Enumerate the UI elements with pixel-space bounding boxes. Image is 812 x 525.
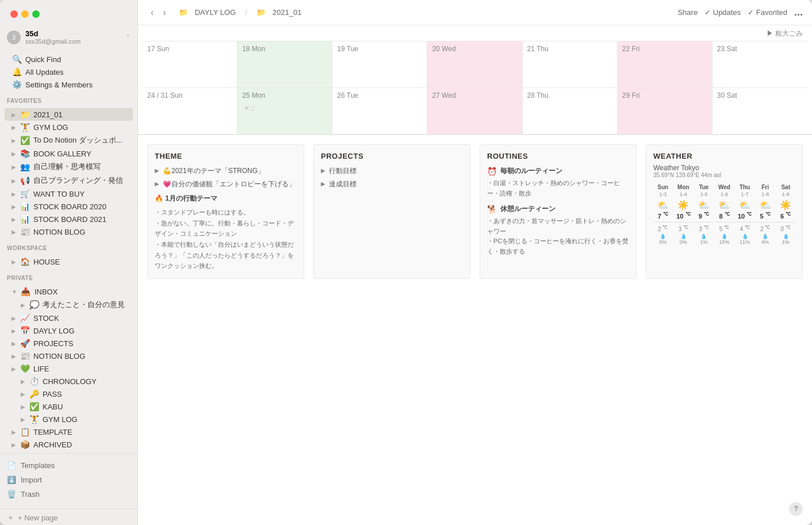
sidebar-item-gymlog-private[interactable]: ▶ 🏋️ GYM LOG bbox=[5, 413, 133, 426]
sidebar-item-import[interactable]: ⬇️ Import bbox=[0, 473, 137, 487]
sidebar-item-template[interactable]: ▶ 📋 TEMPLATE bbox=[5, 426, 133, 438]
theme-item-1[interactable]: ▶ 💪2021年のテーマ「STRONG」 bbox=[155, 166, 297, 176]
sidebar-item-daylylog[interactable]: ▶ 📅 DAYLY LOG bbox=[5, 324, 133, 337]
chevron-right-icon: ▶ bbox=[12, 340, 16, 347]
temp-low: 4 ℃ bbox=[735, 225, 754, 232]
sidebar-item-inbox[interactable]: ▼ 📥 INBOX bbox=[5, 285, 133, 298]
bell-icon: 🔔 bbox=[12, 67, 22, 76]
breadcrumb-2021[interactable]: 📁 2021_01 bbox=[252, 6, 307, 19]
sidebar-item-wanttobuy[interactable]: ▶ 🛒 WANT TO BUY bbox=[5, 187, 133, 200]
sidebar-item-kangaeta[interactable]: ▶ 💭 考えたこと・自分の意見 bbox=[5, 298, 133, 312]
fullscreen-button[interactable] bbox=[32, 10, 40, 18]
sidebar-item-pass[interactable]: ▶ 🔑 PASS bbox=[5, 388, 133, 400]
weather-day-fri: Fri 1-8 ⛅ 5 ℃ 2 ℃ 💧 4% bbox=[756, 184, 775, 245]
share-button[interactable]: Share bbox=[677, 8, 698, 17]
sidebar-item-2021[interactable]: ▶ 📁 2021_01 bbox=[5, 108, 133, 121]
sidebar-label: DAYLY LOG bbox=[33, 327, 128, 335]
day-label: 24 / 31 Sun bbox=[147, 91, 232, 99]
sidebar-item-stock2021[interactable]: ▶ 📊 STOCK BOARD 2021 bbox=[5, 213, 133, 225]
sidebar-label: Quick Find bbox=[25, 55, 128, 64]
new-page-button[interactable]: ＋ + New page bbox=[0, 508, 137, 525]
more-button[interactable]: ... bbox=[794, 6, 803, 18]
calendar-cell-17sun[interactable]: 17 Sun bbox=[143, 41, 238, 87]
back-button[interactable]: ‹ bbox=[147, 6, 157, 19]
calendar-cell-2431sun[interactable]: 24 / 31 Sun bbox=[143, 88, 238, 134]
weather-icon: ⛅ bbox=[735, 200, 754, 210]
sidebar-item-archived[interactable]: ▶ 📦 ARCHIVED bbox=[5, 438, 133, 451]
sidebar-item-gymlog[interactable]: ▶ 🏋️ GYM LOG bbox=[5, 121, 133, 133]
breadcrumb-label: 2021_01 bbox=[270, 7, 304, 18]
temp-high: 6 ℃ bbox=[776, 212, 795, 220]
chevron-right-icon: ▶ bbox=[21, 404, 25, 410]
calendar-cell-25mon[interactable]: 25 Mon + :: bbox=[238, 88, 332, 134]
sidebar-item-house[interactable]: ▶ 🏠 HOUSE bbox=[5, 255, 133, 268]
sidebar-item-kabu[interactable]: ▶ ✅ KABU bbox=[5, 400, 133, 413]
close-button[interactable] bbox=[10, 10, 18, 18]
rest-routine: 🐕 休憩ルーティーン ・あずきの力・首マッサージ・筋トレ・熱めのシャワー ・PC… bbox=[487, 204, 629, 256]
weather-day-name: Fri bbox=[756, 184, 775, 190]
sidebar-item-notionblog-fav[interactable]: ▶ 📰 NOTION BLOG bbox=[5, 225, 133, 238]
chevron-right-icon: ▶ bbox=[12, 353, 16, 359]
sidebar-user[interactable]: 3 35d xxx35d@gmail.com ⌃ bbox=[0, 26, 137, 48]
favorited-button[interactable]: ✓ Favorited bbox=[748, 8, 787, 17]
import-label: Import bbox=[21, 476, 42, 484]
sidebar-item-jiko[interactable]: ▶ 👥 自己理解・思考模写 bbox=[5, 160, 133, 174]
plus-icon: + bbox=[244, 104, 248, 112]
sidebar-label: 自己理解・思考模写 bbox=[33, 162, 128, 172]
sidebar-item-notionblog[interactable]: ▶ 📰 NOTION BLOG bbox=[5, 350, 133, 362]
sidebar-item-todo[interactable]: ▶ ✅ To Do Notion ダッシュボ... bbox=[5, 133, 133, 147]
calendar-cell-21thu[interactable]: 21 Thu bbox=[523, 41, 618, 87]
calendar-cell-18mon[interactable]: 18 Mon bbox=[238, 41, 332, 87]
sidebar-item-chronology[interactable]: ▶ ⏱️ CHRONOLOGY bbox=[5, 375, 133, 388]
zoom-label[interactable]: ▶ 粗大ごみ bbox=[767, 29, 803, 39]
workspace-label: WORKSPACE bbox=[0, 240, 137, 253]
sidebar-item-quickfind[interactable]: 🔍 Quick Find bbox=[5, 53, 133, 66]
calendar-cell-23sat[interactable]: 23 Sat bbox=[713, 41, 807, 87]
sidebar-label: BOOK GALLERY bbox=[33, 150, 128, 158]
calendar-cell-26tue[interactable]: 26 Tue bbox=[332, 88, 427, 134]
weather-day-name: Sun bbox=[653, 184, 673, 190]
sidebar-item-bookgallery[interactable]: ▶ 📚 BOOK GALLERY bbox=[5, 147, 133, 160]
minimize-button[interactable] bbox=[21, 10, 29, 18]
kabu-icon: ✅ bbox=[29, 402, 39, 411]
weather-card: WEATHER Weather Tokyo 35.69°N 139.69°E 4… bbox=[646, 144, 803, 279]
rain-pct: 1% bbox=[776, 239, 795, 245]
sidebar-item-trash[interactable]: 🗑️ Trash bbox=[0, 487, 137, 501]
project-item-2[interactable]: ▶ 達成目標 bbox=[321, 179, 463, 189]
day-label: 17 Sun bbox=[147, 45, 232, 53]
weather-location: Weather Tokyo 35.69°N 139.69°E 44m asl bbox=[653, 164, 795, 178]
calendar-cell-20wed[interactable]: 20 Wed bbox=[427, 41, 522, 87]
chart-icon: 📊 bbox=[20, 214, 30, 224]
sidebar-item-projects[interactable]: ▶ 🚀 PROJECTS bbox=[5, 337, 133, 350]
calendar-cell-22fri[interactable]: 22 Fri bbox=[618, 41, 713, 87]
calendar-cell-29fri[interactable]: 29 Fri bbox=[618, 88, 713, 134]
sidebar-item-branding[interactable]: ▶ 📢 自己ブランディング・発信 bbox=[5, 174, 133, 187]
day-label: 21 Thu bbox=[527, 45, 612, 53]
calendar-cell-30sat[interactable]: 30 Sat bbox=[713, 88, 807, 134]
sidebar-workspace-section: ▶ 🏠 HOUSE bbox=[0, 253, 137, 270]
calendar-cell-19tue[interactable]: 19 Tue bbox=[332, 41, 427, 87]
weather-day-range: 1-6 bbox=[715, 191, 734, 197]
sidebar-item-settings[interactable]: ⚙️ Settings & Members bbox=[5, 78, 133, 91]
project-item-1[interactable]: ▶ 行動目標 bbox=[321, 166, 463, 176]
sidebar-item-updates[interactable]: 🔔 All Updates bbox=[5, 66, 133, 78]
breadcrumb-daylylog[interactable]: 📁 DAYLY LOG bbox=[174, 6, 241, 19]
weather-icon: ☀️ bbox=[674, 200, 694, 210]
chevron-right-icon: ▶ bbox=[12, 191, 16, 197]
sidebar-item-stock2020[interactable]: ▶ 📊 STOCK BOARD 2020 bbox=[5, 200, 133, 213]
calendar-cell-28thu[interactable]: 28 Thu bbox=[523, 88, 618, 134]
sidebar-label: GYM LOG bbox=[33, 123, 128, 132]
weather-day-range: 1-4 bbox=[674, 191, 694, 197]
day-label: 27 Wed bbox=[432, 91, 517, 99]
sidebar-item-templates[interactable]: 📄 Templates bbox=[0, 458, 137, 473]
theme-item-2[interactable]: ▶ 💗自分の価値観「エントロピーを下げる」 bbox=[155, 179, 297, 189]
sidebar-item-stock[interactable]: ▶ 📈 STOCK bbox=[5, 312, 133, 324]
help-button[interactable]: ? bbox=[789, 502, 803, 516]
forward-button[interactable]: › bbox=[159, 6, 169, 19]
add-item-button[interactable]: + :: bbox=[242, 102, 327, 114]
updates-button[interactable]: ✓ Updates bbox=[704, 8, 741, 17]
chevron-right-icon: ▶ bbox=[12, 164, 16, 170]
weather-day-name: Mon bbox=[674, 184, 694, 190]
sidebar-item-life[interactable]: ▶ 💚 LIFE bbox=[5, 362, 133, 375]
calendar-cell-27wed[interactable]: 27 Wed bbox=[427, 88, 522, 134]
